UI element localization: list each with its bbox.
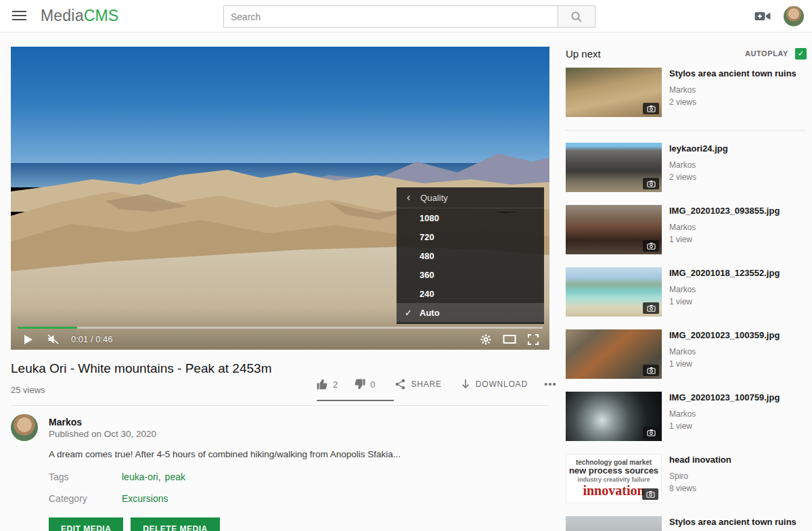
video-player[interactable]: ‹ Quality 1080720480360240✓Auto 0:01 / 0… <box>11 47 549 350</box>
tag-link-peak[interactable]: peak <box>165 471 185 482</box>
item-author: Markos <box>669 409 780 419</box>
quality-option-480[interactable]: 480 <box>397 246 544 265</box>
like-count: 2 <box>333 379 338 390</box>
up-next-divider <box>566 130 807 131</box>
autoplay-checkbox[interactable]: ✓ <box>795 48 807 60</box>
quality-option-360[interactable]: 360 <box>397 265 544 284</box>
logo-media-text: Media <box>41 7 84 24</box>
delete-media-button[interactable]: DELETE MEDIA <box>131 517 219 531</box>
fullscreen-icon <box>528 334 539 345</box>
menu-icon[interactable] <box>12 11 26 21</box>
section-divider <box>11 405 549 406</box>
thumbnail-type-badge <box>643 178 659 189</box>
media-thumbnail[interactable] <box>566 68 662 117</box>
media-thumbnail[interactable] <box>566 516 662 531</box>
download-button[interactable]: DOWNLOAD <box>461 379 528 390</box>
category-value: Excursions <box>122 493 168 504</box>
like-button[interactable]: 2 <box>317 379 338 390</box>
gear-icon <box>480 334 491 345</box>
item-author: Markos <box>669 223 780 232</box>
player-controls-right <box>480 334 539 345</box>
item-views: 1 view <box>669 359 780 369</box>
author-avatar[interactable] <box>11 414 38 441</box>
upnext-list: Stylos area ancient town ruins Markos 2 … <box>566 68 807 531</box>
tags-value: leuka-ori,peak <box>122 471 185 482</box>
up-next-item[interactable]: technology goal marketnew process source… <box>566 454 807 503</box>
thumbnail-type-badge <box>643 302 659 314</box>
up-next-item[interactable]: Stylos area ancient town ruins Markos 2 … <box>566 68 807 117</box>
item-info: leykaori24.jpg Markos 2 views <box>669 143 728 192</box>
check-icon: ✓ <box>405 308 412 318</box>
item-info: head inovation Spiro 8 views <box>669 454 731 503</box>
up-next-item[interactable]: IMG_20201023_100359.jpg Markos 1 view <box>566 329 807 379</box>
quality-menu-title: Quality <box>420 193 447 203</box>
logo[interactable]: MediaCMS <box>41 7 118 25</box>
author-name[interactable]: Markos <box>49 417 82 428</box>
search-input[interactable] <box>223 5 558 28</box>
muted-volume-icon <box>47 334 60 344</box>
up-next-item[interactable]: IMG_20201023_100759.jpg Markos 1 view <box>566 392 807 441</box>
fullscreen-button[interactable] <box>528 334 539 345</box>
media-buttons: EDIT MEDIA DELETE MEDIA <box>49 517 220 531</box>
more-options-button[interactable]: ••• <box>544 382 557 386</box>
user-avatar[interactable] <box>784 6 804 26</box>
quality-option-label: 240 <box>420 289 434 299</box>
view-count: 25 views <box>11 385 45 395</box>
item-info: IMG_20201023_100359.jpg Markos 1 view <box>669 329 780 379</box>
dislike-count: 0 <box>370 379 375 390</box>
camera-icon <box>647 180 656 187</box>
dislike-button[interactable]: 0 <box>354 379 375 390</box>
videocam-plus-icon <box>754 11 771 22</box>
item-title: IMG_20201023_100759.jpg <box>669 392 780 404</box>
item-title: leykaori24.jpg <box>669 143 728 155</box>
quality-option-label: 720 <box>420 232 434 242</box>
quality-option-240[interactable]: 240 <box>397 284 544 303</box>
up-next-item[interactable]: IMG_20201023_093855.jpg Markos 1 view <box>566 205 807 254</box>
back-chevron-icon[interactable]: ‹ <box>407 192 410 203</box>
tag-separator: , <box>158 471 161 482</box>
up-next-item[interactable]: Stylos area ancient town ruins <box>566 516 807 531</box>
player-controls: 0:01 / 0:46 <box>11 329 549 350</box>
video-title: Leuka Ori - White mountains - Peak at 24… <box>11 361 271 376</box>
media-thumbnail[interactable] <box>566 392 662 441</box>
download-arrow-icon <box>461 379 470 390</box>
media-thumbnail[interactable] <box>566 329 662 379</box>
item-info: Stylos area ancient town ruins Markos 2 … <box>669 68 796 117</box>
item-author: Markos <box>669 85 796 95</box>
edit-media-button[interactable]: EDIT MEDIA <box>49 517 123 531</box>
item-title: IMG_20201023_093855.jpg <box>669 206 780 217</box>
item-title: head inovation <box>669 455 731 466</box>
upload-media-button[interactable] <box>752 9 773 24</box>
media-thumbnail[interactable]: technology goal marketnew process source… <box>566 454 662 503</box>
share-icon <box>395 379 405 390</box>
media-thumbnail[interactable] <box>566 143 662 192</box>
quality-option-1080[interactable]: 1080 <box>397 208 544 227</box>
camera-icon <box>647 105 656 112</box>
quality-option-auto[interactable]: ✓Auto <box>397 303 544 322</box>
thumbnail-type-badge <box>643 103 659 114</box>
camera-icon <box>647 429 656 436</box>
theater-mode-button[interactable] <box>503 334 516 344</box>
camera-icon <box>647 242 656 250</box>
quality-option-label: 480 <box>420 251 434 261</box>
item-views: 2 views <box>669 172 728 182</box>
check-icon: ✓ <box>797 49 804 58</box>
quality-option-720[interactable]: 720 <box>397 227 544 246</box>
time-display: 0:01 / 0:46 <box>71 334 112 344</box>
camera-icon <box>647 367 656 374</box>
up-next-item[interactable]: leykaori24.jpg Markos 2 views <box>566 143 807 192</box>
item-title: Stylos area ancient town ruins <box>669 68 796 80</box>
search-button[interactable] <box>558 5 595 28</box>
media-thumbnail[interactable] <box>566 267 662 317</box>
up-next-item[interactable]: IMG_20201018_123552.jpg Markos 1 view <box>566 267 807 317</box>
category-link[interactable]: Excursions <box>122 493 168 504</box>
tag-link-leuka-ori[interactable]: leuka-ori <box>122 471 158 482</box>
play-button[interactable] <box>24 335 32 344</box>
settings-button[interactable] <box>480 334 491 345</box>
share-button[interactable]: SHARE <box>395 379 441 390</box>
quality-options: 1080720480360240✓Auto <box>397 208 544 322</box>
media-thumbnail[interactable] <box>566 205 662 254</box>
mute-button[interactable] <box>47 334 60 344</box>
quality-option-label: 1080 <box>420 213 439 223</box>
top-bar: MediaCMS <box>0 0 812 32</box>
